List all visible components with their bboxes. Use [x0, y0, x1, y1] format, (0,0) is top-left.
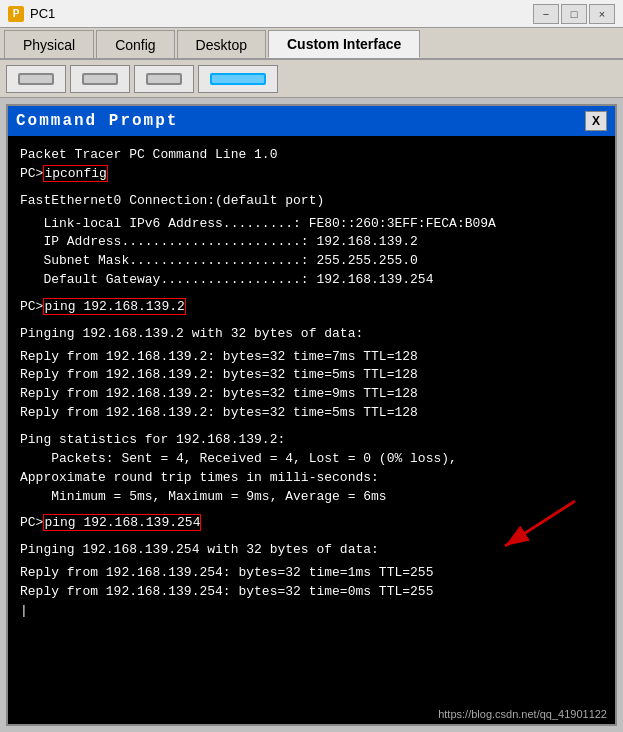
toolbar-icon-4 — [208, 69, 268, 89]
tab-config[interactable]: Config — [96, 30, 174, 58]
cmd-input-3: ping 192.168.139.254 — [43, 514, 201, 531]
tab-custom-interface[interactable]: Custom Interface — [268, 30, 420, 58]
terminal-prompt-1: PC>ipconfig — [20, 165, 603, 184]
terminal-ping2-header: Pinging 192.168.139.254 with 32 bytes of… — [20, 541, 603, 560]
toolbar-btn-3[interactable] — [134, 65, 194, 93]
terminal-gw-line: Default Gateway..................: 192.1… — [20, 271, 603, 290]
terminal-cursor-line: | — [20, 602, 603, 621]
window-controls: − □ × — [533, 4, 615, 24]
terminal-ip-line: IP Address.......................: 192.1… — [20, 233, 603, 252]
terminal-conn-line: FastEthernet0 Connection:(default port) — [20, 192, 603, 211]
tab-bar: Physical Config Desktop Custom Interface — [0, 28, 623, 60]
terminal-mask-line: Subnet Mask......................: 255.2… — [20, 252, 603, 271]
command-prompt-window: Command Prompt X Packet Tracer PC Comman… — [6, 104, 617, 726]
title-bar-left: P PC1 — [8, 6, 55, 22]
cmd-titlebar: Command Prompt X — [8, 106, 615, 136]
spacer-6 — [20, 423, 603, 431]
svg-rect-7 — [212, 75, 264, 83]
terminal-reply-1: Reply from 192.168.139.2: bytes=32 time=… — [20, 348, 603, 367]
cmd-close-button[interactable]: X — [585, 111, 607, 131]
toolbar-icon-1 — [16, 69, 56, 89]
spacer-3 — [20, 290, 603, 298]
toolbar-btn-4[interactable] — [198, 65, 278, 93]
terminal-prompt-2: PC>ping 192.168.139.2 — [20, 298, 603, 317]
spacer-7 — [20, 506, 603, 514]
tab-desktop[interactable]: Desktop — [177, 30, 266, 58]
maximize-button[interactable]: □ — [561, 4, 587, 24]
cmd-input-1: ipconfig — [43, 165, 107, 182]
title-bar: P PC1 − □ × — [0, 0, 623, 28]
watermark: https://blog.csdn.net/qq_41901122 — [438, 708, 607, 720]
terminal-reply-4: Reply from 192.168.139.2: bytes=32 time=… — [20, 404, 603, 423]
terminal-stats-rtt: Minimum = 5ms, Maximum = 9ms, Average = … — [20, 488, 603, 507]
terminal-line-1: Packet Tracer PC Command Line 1.0 — [20, 146, 603, 165]
toolbar-btn-2[interactable] — [70, 65, 130, 93]
toolbar — [0, 60, 623, 98]
terminal-reply-6: Reply from 192.168.139.254: bytes=32 tim… — [20, 583, 603, 602]
spacer-4 — [20, 317, 603, 325]
cmd-title: Command Prompt — [16, 112, 178, 130]
cmd-input-2: ping 192.168.139.2 — [43, 298, 185, 315]
close-button[interactable]: × — [589, 4, 615, 24]
main-area: Command Prompt X Packet Tracer PC Comman… — [0, 98, 623, 732]
svg-rect-1 — [20, 75, 52, 83]
window-title: PC1 — [30, 6, 55, 21]
svg-rect-3 — [84, 75, 116, 83]
terminal-reply-3: Reply from 192.168.139.2: bytes=32 time=… — [20, 385, 603, 404]
terminal-body[interactable]: Packet Tracer PC Command Line 1.0 PC>ipc… — [8, 136, 615, 724]
tab-physical[interactable]: Physical — [4, 30, 94, 58]
minimize-button[interactable]: − — [533, 4, 559, 24]
toolbar-icon-3 — [144, 69, 184, 89]
terminal-stats-rtt-header: Approximate round trip times in milli-se… — [20, 469, 603, 488]
spacer-8 — [20, 533, 603, 541]
svg-rect-5 — [148, 75, 180, 83]
terminal-stats-packets: Packets: Sent = 4, Received = 4, Lost = … — [20, 450, 603, 469]
toolbar-icon-2 — [80, 69, 120, 89]
terminal-reply-5: Reply from 192.168.139.254: bytes=32 tim… — [20, 564, 603, 583]
app-icon: P — [8, 6, 24, 22]
terminal-reply-2: Reply from 192.168.139.2: bytes=32 time=… — [20, 366, 603, 385]
terminal-ipv6-line: Link-local IPv6 Address.........: FE80::… — [20, 215, 603, 234]
toolbar-btn-1[interactable] — [6, 65, 66, 93]
terminal-prompt-3: PC>ping 192.168.139.254 — [20, 514, 603, 533]
terminal-ping1-header: Pinging 192.168.139.2 with 32 bytes of d… — [20, 325, 603, 344]
spacer-1 — [20, 184, 603, 192]
terminal-stats-header: Ping statistics for 192.168.139.2: — [20, 431, 603, 450]
